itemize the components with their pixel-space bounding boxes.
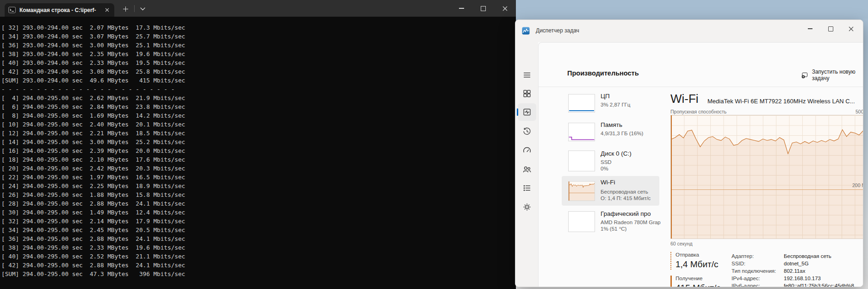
terminal-tab-title: Командная строка - C:\iperf- — [19, 7, 103, 13]
terminal-line: - - - - - - - - - - - - - - - - - - - - … — [1, 85, 185, 94]
detail-label: Тип подключения: — [732, 268, 783, 274]
y-mid-label: 200 Мбит/с — [852, 182, 863, 188]
throughput-label: Пропускная способность — [670, 109, 726, 114]
gpu-card-thumbnail[interactable] — [568, 211, 595, 232]
cpu-card-stats: 3% 2,87 ГГц — [601, 102, 630, 107]
screen: Командная строка - C:\iperf- [ 32] 293.0… — [0, 0, 868, 289]
terminal-line: [SUM] 293.00-294.00 sec 49.6 MBytes 415 … — [1, 76, 185, 85]
background-window-edge — [513, 0, 868, 21]
taskman-maximize-button[interactable] — [820, 21, 841, 37]
chart-left-edge — [671, 115, 672, 239]
send-value: 1,4 Мбит/с — [676, 259, 731, 270]
terminal-line: [ 36] 293.00-294.00 sec 3.00 MBytes 25.1… — [1, 41, 185, 50]
terminal-line: [ 6] 294.00-295.00 sec 2.84 MBytes 23.8 … — [1, 102, 185, 111]
disk-card-title[interactable]: Диск 0 (C:) — [601, 150, 632, 157]
terminal-line: [ 34] 293.00-294.00 sec 3.07 MBytes 25.7… — [1, 32, 185, 41]
new-tab-button[interactable] — [119, 4, 131, 14]
tab-close-icon[interactable] — [103, 6, 111, 14]
terminal-line: [ 38] 293.00-294.00 sec 2.35 MBytes 19.6… — [1, 50, 185, 58]
task-manager-window: Диспетчер задач — [515, 19, 863, 287]
taskman-minimize-button[interactable] — [800, 21, 820, 37]
terminal-line: [ 14] 294.00-295.00 sec 3.00 MBytes 25.2… — [1, 138, 185, 146]
detail-label: IPv4-адрес: — [732, 276, 783, 281]
terminal-tab[interactable]: Командная строка - C:\iperf- — [5, 3, 114, 17]
memory-card-thumbnail[interactable] — [568, 123, 595, 141]
terminal-minimize-button[interactable] — [451, 0, 472, 17]
terminal-line: [ 34] 294.00-295.00 sec 2.45 MBytes 20.5… — [1, 226, 185, 234]
run-new-task-label: Запустить новую задачу — [812, 69, 863, 82]
nav-performance[interactable] — [518, 103, 536, 121]
nav-processes[interactable] — [518, 85, 536, 102]
gpu-card-stats: 1% (51 °C) — [601, 226, 626, 232]
new-task-icon — [801, 71, 808, 79]
task-manager-app-icon — [522, 27, 530, 35]
plus-icon — [123, 6, 128, 12]
terminal-titlebar[interactable]: Командная строка - C:\iperf- — [0, 0, 516, 17]
terminal-close-button[interactable] — [494, 0, 516, 17]
terminal-line: [ 24] 294.00-295.00 sec 2.25 MBytes 18.9… — [1, 182, 185, 190]
nav-users[interactable] — [518, 161, 536, 178]
run-new-task-button[interactable]: Запустить новую задачу — [801, 69, 863, 82]
minimize-icon — [808, 28, 812, 29]
terminal-line: [ 36] 294.00-295.00 sec 2.88 MBytes 24.1… — [1, 234, 185, 243]
detail-value: fe80::af11:75b3:56cc:45db%8 — [784, 283, 854, 287]
disk-card-type: SSD — [601, 159, 612, 165]
terminal-line: [SUM] 294.00-295.00 sec 47.3 MBytes 396 … — [1, 270, 185, 278]
detail-label: IPv6-адрес: — [732, 283, 783, 287]
receive-stat: Получение 415 Мбит/с — [670, 276, 731, 287]
terminal-line: [ 12] 294.00-295.00 sec 2.21 MBytes 18.5… — [1, 129, 185, 138]
x-axis-left-label: 60 секунд — [670, 241, 693, 246]
processes-icon — [522, 89, 532, 98]
selected-accent-bar — [517, 108, 518, 116]
tab-dropdown-button[interactable] — [137, 4, 148, 14]
receive-value: 415 Мбит/с — [676, 283, 731, 287]
taskman-main-panel: Производительность Запустить новую задач… — [538, 42, 863, 287]
terminal-line: [ 28] 294.00-295.00 sec 2.88 MBytes 24.1… — [1, 199, 185, 208]
nav-app-history[interactable] — [518, 123, 536, 140]
terminal-line: [ 18] 294.00-295.00 sec 2.10 MBytes 17.6… — [1, 155, 185, 164]
close-icon — [502, 6, 508, 11]
wifi-adapter-name: MediaTek Wi-Fi 6E MT7922 160MHz Wireless… — [707, 98, 863, 105]
terminal-line: [ 40] 293.00-294.00 sec 2.33 MBytes 19.5… — [1, 58, 185, 67]
terminal-line: [ 40] 294.00-295.00 sec 2.52 MBytes 21.1… — [1, 252, 185, 261]
send-label: Отправка — [676, 252, 731, 258]
cmd-icon — [8, 6, 16, 13]
memory-card-title[interactable]: Память — [601, 121, 622, 128]
nav-details[interactable] — [518, 179, 536, 197]
cpu-card-title[interactable]: ЦП — [601, 93, 610, 100]
taskman-titlebar[interactable]: Диспетчер задач — [515, 20, 863, 42]
users-icon — [522, 165, 532, 174]
gauge-icon — [522, 146, 532, 155]
nav-menu-button[interactable] — [518, 66, 536, 84]
services-cog-icon — [522, 202, 532, 212]
nav-startup-apps[interactable] — [518, 142, 536, 159]
hamburger-icon — [522, 70, 532, 80]
terminal-line: [ 22] 294.00-295.00 sec 1.97 MBytes 16.5… — [1, 173, 185, 182]
wifi-card-thumbnail[interactable] — [568, 181, 595, 201]
terminal-console[interactable]: [ 32] 293.00-294.00 sec 2.07 MBytes 17.3… — [0, 17, 516, 289]
detail-value: 802.11ax — [784, 268, 805, 274]
terminal-maximize-button[interactable] — [472, 0, 494, 17]
nav-services[interactable] — [518, 198, 536, 216]
terminal-line: [ 16] 294.00-295.00 sec 2.39 MBytes 20.0… — [1, 146, 185, 155]
terminal-line: [ 42] 294.00-295.00 sec 2.88 MBytes 24.1… — [1, 261, 185, 270]
terminal-line: [ 42] 293.00-294.00 sec 3.08 MBytes 25.8… — [1, 67, 185, 76]
wifi-card-network: Беспроводная сеть — [601, 189, 648, 195]
x-axis-right-label: 0 — [834, 241, 863, 246]
performance-icon — [522, 107, 532, 117]
terminal-line: [ 8] 294.00-295.00 sec 1.69 MBytes 14.2 … — [1, 111, 185, 120]
gpu-card-title[interactable]: Графический про — [601, 210, 651, 217]
close-icon — [849, 26, 854, 31]
taskman-close-button[interactable] — [841, 21, 861, 37]
memory-card-stats: 4,9/31,3 ГБ (16%) — [601, 131, 643, 136]
cpu-card-thumbnail[interactable] — [568, 94, 595, 113]
disk-card-thumbnail[interactable] — [568, 151, 595, 171]
memory-mini-chart — [569, 123, 595, 141]
gpu-card-name: AMD Radeon 780M Grap — [601, 220, 661, 225]
detail-value: dotnet_5G — [784, 261, 809, 266]
wifi-throughput-chart: 200 Мбит/с — [670, 115, 863, 239]
wifi-card-title[interactable]: Wi-Fi — [601, 179, 615, 186]
terminal-window: Командная строка - C:\iperf- [ 32] 293.0… — [0, 0, 516, 289]
maximize-icon — [481, 6, 486, 11]
details-list-icon — [522, 183, 532, 193]
